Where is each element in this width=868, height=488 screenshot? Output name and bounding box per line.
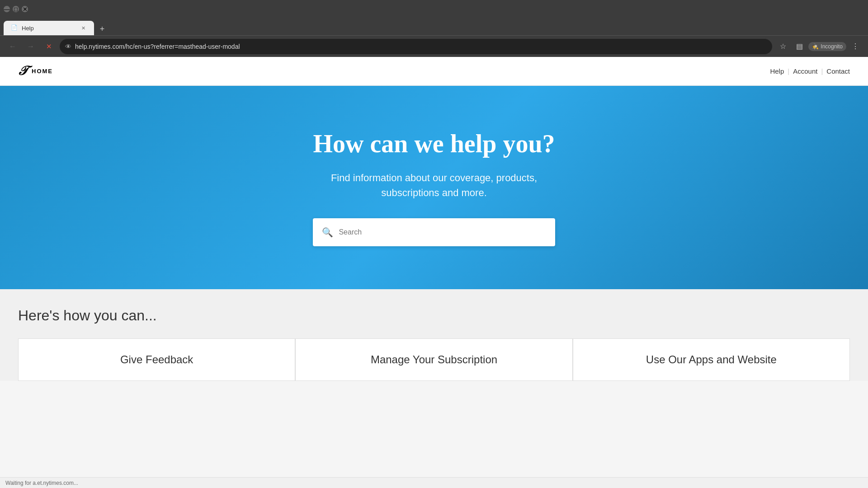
security-icon: 👁 xyxy=(65,43,71,50)
nav-separator-1: | xyxy=(788,67,789,75)
back-icon: ← xyxy=(9,42,16,51)
window-controls: — □ ✕ xyxy=(4,6,28,12)
hero-subtitle: Find information about our coverage, pro… xyxy=(313,170,555,200)
page-wrapper: 𝒯 HOME Help | Account | Contact How can … xyxy=(0,57,868,381)
browser-chrome: — □ ✕ 📄 Help ✕ + ← → ✕ 👁 xyxy=(0,0,868,57)
card-give-feedback[interactable]: Give Feedback xyxy=(18,338,295,381)
close-icon: ✕ xyxy=(23,6,28,13)
hero-subtitle-line1: Find information about our coverage, pro… xyxy=(331,172,537,183)
browser-toolbar: ← → ✕ 👁 ☆ ▤ 🕵 Incognito ⋮ xyxy=(0,35,868,57)
hero-section: How can we help you? Find information ab… xyxy=(0,86,868,289)
stop-loading-icon: ✕ xyxy=(46,42,52,51)
site-navigation: Help | Account | Contact xyxy=(770,67,850,75)
incognito-label: Incognito xyxy=(821,43,843,50)
reload-button[interactable]: ✕ xyxy=(42,39,56,54)
search-input[interactable] xyxy=(339,228,546,236)
tab-title: Help xyxy=(22,25,76,32)
tab-bar: 📄 Help ✕ + xyxy=(0,18,868,35)
cards-row: Give Feedback Manage Your Subscription U… xyxy=(18,338,850,381)
card-apps-website-label: Use Our Apps and Website xyxy=(646,353,777,366)
menu-icon: ⋮ xyxy=(852,42,859,51)
bookmark-button[interactable]: ☆ xyxy=(776,39,790,54)
bookmark-icon: ☆ xyxy=(780,42,786,51)
hero-subtitle-line2: subscriptions and more. xyxy=(381,187,487,198)
bottom-heading: Here's how you can... xyxy=(18,307,850,324)
forward-button[interactable]: → xyxy=(24,39,38,54)
nyt-logo-symbol: 𝒯 xyxy=(18,64,26,79)
search-box: 🔍 xyxy=(313,218,555,246)
status-text: Waiting for a.et.nytimes.com... xyxy=(5,480,78,486)
menu-button[interactable]: ⋮ xyxy=(848,39,863,54)
card-give-feedback-label: Give Feedback xyxy=(120,353,193,366)
browser-titlebar: — □ ✕ xyxy=(0,0,868,18)
site-header: 𝒯 HOME Help | Account | Contact xyxy=(0,57,868,86)
site-home-label: HOME xyxy=(32,68,53,75)
maximize-button[interactable]: □ xyxy=(13,6,19,12)
nav-separator-2: | xyxy=(821,67,823,75)
bottom-section: Here's how you can... Give Feedback Mana… xyxy=(0,289,868,381)
card-manage-subscription[interactable]: Manage Your Subscription xyxy=(295,338,572,381)
address-bar-container: 👁 xyxy=(60,39,772,54)
toolbar-actions: ☆ ▤ 🕵 Incognito ⋮ xyxy=(776,39,863,54)
hero-title: How can we help you? xyxy=(313,129,555,159)
tab-favicon: 📄 xyxy=(11,24,18,32)
nav-contact-link[interactable]: Contact xyxy=(826,67,850,75)
minimize-button[interactable]: — xyxy=(4,6,10,12)
status-bar: Waiting for a.et.nytimes.com... xyxy=(0,477,868,488)
search-container: 🔍 xyxy=(313,218,555,246)
close-button[interactable]: ✕ xyxy=(22,6,28,12)
card-apps-website[interactable]: Use Our Apps and Website xyxy=(573,338,850,381)
new-tab-button[interactable]: + xyxy=(96,23,108,35)
incognito-icon: 🕵 xyxy=(812,43,819,50)
back-button[interactable]: ← xyxy=(5,39,20,54)
address-bar-input[interactable] xyxy=(75,43,767,50)
incognito-badge: 🕵 Incognito xyxy=(808,42,846,51)
hero-content: How can we help you? Find information ab… xyxy=(313,129,555,246)
nav-help-link[interactable]: Help xyxy=(770,67,784,75)
forward-icon: → xyxy=(27,42,34,51)
sidebar-icon: ▤ xyxy=(796,42,803,51)
maximize-icon: □ xyxy=(14,6,18,13)
tab-close-button[interactable]: ✕ xyxy=(80,24,87,32)
search-icon: 🔍 xyxy=(322,227,333,238)
sidebar-button[interactable]: ▤ xyxy=(792,39,807,54)
minimize-icon: — xyxy=(4,6,9,13)
active-tab[interactable]: 📄 Help ✕ xyxy=(4,21,94,35)
card-manage-subscription-label: Manage Your Subscription xyxy=(371,353,497,366)
site-logo[interactable]: 𝒯 HOME xyxy=(18,64,53,79)
nav-account-link[interactable]: Account xyxy=(793,67,817,75)
